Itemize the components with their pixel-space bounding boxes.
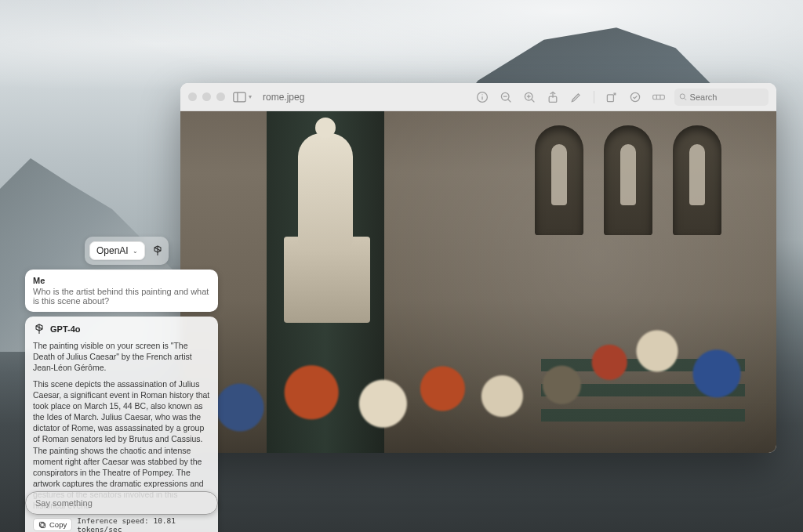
user-message-bubble: Me Who is the artist behind this paintin… [25,270,218,312]
search-input[interactable] [690,92,764,102]
svg-line-9 [532,99,535,102]
svg-rect-20 [41,523,45,527]
svg-rect-0 [234,92,245,102]
chat-input[interactable] [35,498,208,508]
share-button[interactable] [545,89,561,105]
model-provider-label: OpenAI [96,245,129,256]
svg-point-4 [481,94,482,95]
search-icon [679,92,687,101]
window-controls [188,92,225,101]
minimize-window-button[interactable] [202,92,211,101]
painting-statue [298,133,353,251]
assistant-paragraph: The painting visible on your screen is "… [33,340,210,374]
svg-line-6 [508,99,511,102]
painting-figures [180,257,776,445]
painting-niche [604,125,652,235]
desktop-wallpaper: ▾ rome.jpeg [0,0,803,532]
markup-button[interactable] [569,89,584,105]
close-window-button[interactable] [188,92,197,101]
svg-rect-15 [653,95,665,99]
rotate-button[interactable] [604,89,620,105]
openai-logo-icon [33,323,45,335]
fullscreen-window-button[interactable] [216,92,225,101]
search-field[interactable] [674,89,768,106]
chat-header: OpenAI ⌄ [85,237,169,265]
chevron-down-icon: ⌄ [133,248,138,255]
copy-button[interactable]: Copy [33,518,72,531]
image-canvas[interactable] [180,111,776,453]
sidebar-toggle-button[interactable]: ▾ [233,92,252,103]
chat-panel: OpenAI ⌄ Me Who is the artist behind thi… [25,237,218,532]
copy-icon [38,521,46,529]
toolbar-divider [594,91,594,103]
colors-button[interactable] [651,89,667,105]
user-sender-label: Me [33,276,210,285]
painting-niche [673,125,721,235]
assistant-model-label: GPT-4o [50,324,81,334]
svg-line-19 [685,98,686,100]
chat-composer[interactable] [25,491,218,515]
info-button[interactable] [474,89,490,105]
svg-rect-21 [39,522,44,527]
preview-window: ▾ rome.jpeg [180,83,776,453]
preview-titlebar[interactable]: ▾ rome.jpeg [180,83,776,111]
painting-niche [535,125,583,235]
inference-speed-text: Inference speed: 10.81 tokens/sec [77,516,210,532]
zoom-in-button[interactable] [521,89,537,105]
preview-filename: rome.jpeg [263,92,304,103]
user-message-text: Who is the artist behind this painting a… [33,287,210,306]
highlight-button[interactable] [627,89,643,105]
svg-rect-13 [607,94,613,101]
copy-button-label: Copy [49,520,67,529]
zoom-out-button[interactable] [498,89,514,105]
chevron-down-icon: ▾ [249,93,252,100]
openai-logo-icon [151,244,164,257]
model-select-dropdown[interactable]: OpenAI ⌄ [89,241,145,260]
svg-point-18 [680,94,685,99]
